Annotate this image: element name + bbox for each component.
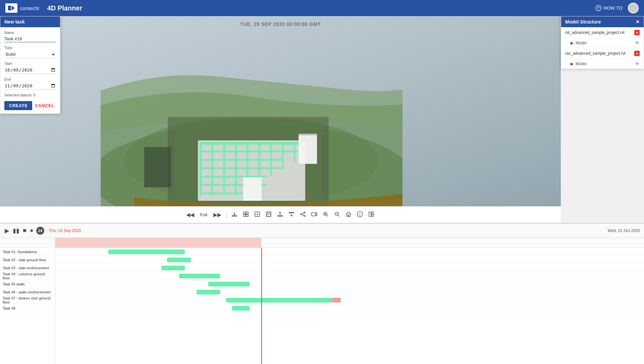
task-label-4: Task #4 - columns ground floor <box>0 272 55 280</box>
stop-btn[interactable]: ■ <box>22 226 27 235</box>
model-structure-header: Model Structure ✕ <box>561 16 644 27</box>
model-file-2-name: rac_advanced_sample_project.rvt <box>565 51 634 56</box>
home-btn[interactable] <box>343 209 354 221</box>
gantt-bar-6 <box>197 290 220 294</box>
svg-rect-32 <box>246 215 248 217</box>
eye-icon-2[interactable]: 👁 <box>635 61 640 66</box>
zoom-out-btn[interactable] <box>332 209 342 221</box>
task-label-7: Task #7 - beams over ground floor <box>0 296 55 304</box>
svg-line-43 <box>302 215 304 216</box>
svg-rect-0 <box>6 4 16 12</box>
gantt-bar-8 <box>232 306 250 311</box>
skip-start-btn[interactable]: ◀◀ <box>184 210 196 220</box>
new-task-header: New task <box>0 16 60 27</box>
svg-rect-9 <box>200 142 304 145</box>
svg-point-3 <box>101 124 402 218</box>
gantt-past-zone <box>55 238 261 247</box>
gantt-row-2 <box>55 256 644 264</box>
svg-rect-16 <box>200 142 202 196</box>
svg-rect-30 <box>246 212 248 214</box>
gantt-row-6 <box>55 288 644 296</box>
info-btn[interactable] <box>355 209 365 221</box>
type-group: Type Build Demolish Temporary <box>4 46 56 58</box>
start-label: Start <box>4 61 56 65</box>
layout-btn[interactable] <box>366 209 377 221</box>
pause-btn[interactable]: ▮▮ <box>12 226 20 235</box>
gantt-bars-area[interactable] <box>55 238 644 364</box>
gantt-bar-4 <box>179 274 220 278</box>
svg-rect-14 <box>200 184 267 186</box>
name-input[interactable] <box>4 36 56 42</box>
expand-btn[interactable] <box>240 209 251 221</box>
grid-btn[interactable] <box>252 209 263 221</box>
record-btn[interactable]: ● <box>29 226 34 235</box>
gantt-chart: Task #1- foundations Task #2 - slab grou… <box>0 238 644 364</box>
model-file-1-delete[interactable]: ✕ <box>634 30 640 35</box>
app-title: 4D Planner <box>47 4 595 12</box>
upload-btn[interactable] <box>275 209 285 221</box>
model-file-2-sub-label: Model <box>576 61 635 66</box>
gantt-bar-7-green <box>226 298 332 303</box>
skip-end-btn[interactable]: ▶▶ <box>211 210 223 220</box>
gantt-date-header <box>55 238 644 248</box>
video-btn[interactable] <box>309 209 320 221</box>
svg-rect-26 <box>299 134 317 164</box>
user-avatar[interactable] <box>628 3 639 13</box>
task-label-5: Task #5 walls <box>0 280 55 288</box>
task-label-1: Task #1- foundations <box>0 248 55 256</box>
svg-rect-11 <box>200 159 283 161</box>
action-buttons: CREATE CANCEL <box>4 101 56 110</box>
end-group: End <box>4 77 56 90</box>
svg-rect-28 <box>243 177 262 201</box>
download-btn[interactable] <box>229 209 240 221</box>
model-file-2-sub: ▶ Model 👁 <box>561 59 644 69</box>
svg-point-54 <box>360 213 360 214</box>
zoom-in-btn[interactable] <box>320 209 331 221</box>
svg-rect-6 <box>174 122 322 213</box>
gantt-header-spacer <box>0 238 55 248</box>
expand-icon-2[interactable]: ▶ <box>571 61 574 66</box>
model-file-1-name: rst_advanced_sample_project.rvt <box>565 30 634 35</box>
svg-rect-27 <box>299 134 317 135</box>
how-to-button[interactable]: ? HOW TO <box>595 5 623 11</box>
speed-control[interactable]: 24 <box>36 227 44 235</box>
model-file-2: rac_advanced_sample_project.rvt ✕ <box>561 48 644 59</box>
svg-rect-55 <box>369 212 371 217</box>
create-button[interactable]: CREATE <box>4 101 32 110</box>
model-file-2-delete[interactable]: ✕ <box>634 51 640 56</box>
share-btn[interactable] <box>298 209 308 221</box>
play-btn[interactable]: ▶ <box>4 226 10 235</box>
viewport-3d[interactable]: TUE, 29 SEP 2020 00:00:00 GMT <box>0 16 561 223</box>
end-input[interactable] <box>4 82 56 90</box>
gantt-bar-5 <box>208 282 250 286</box>
type-select[interactable]: Build Demolish Temporary <box>4 51 56 58</box>
gantt-bar-7-red <box>332 298 341 303</box>
close-model-structure-btn[interactable]: ✕ <box>636 19 640 25</box>
expand-icon-1[interactable]: ▶ <box>571 41 574 45</box>
logo: contecht <box>5 3 39 13</box>
svg-rect-12 <box>200 167 283 169</box>
model-file-1-sub: ▶ Model 👁 <box>561 38 644 48</box>
timeline: ▶ ▮▮ ■ ● 24 Thu, 10 Sep 2020 Wed, 21 Oct… <box>0 223 644 364</box>
model-structure-panel: Model Structure ✕ rst_advanced_sample_pr… <box>561 16 644 69</box>
new-task-panel: New task Name Type Build Demolish Tempor… <box>0 16 60 114</box>
task-label-2: Task #2 - slab ground floor <box>0 256 55 264</box>
header: contecht 4D Planner ? HOW TO <box>0 0 644 16</box>
svg-rect-8 <box>198 140 305 201</box>
svg-line-42 <box>302 213 304 214</box>
gantt-bar-3 <box>161 266 185 270</box>
gantt-row-4 <box>55 272 644 280</box>
logo-icon <box>5 3 17 13</box>
eye-icon-1[interactable]: 👁 <box>635 40 640 46</box>
svg-rect-5 <box>168 117 329 218</box>
task-label-3: Task #3 - slab reinforcement <box>0 264 55 272</box>
name-group: Name <box>4 31 56 42</box>
timeline-controls: ▶ ▮▮ ■ ● 24 Thu, 10 Sep 2020 Wed, 21 Oct… <box>0 224 644 238</box>
3d-scene <box>101 43 402 218</box>
gantt-row-8 <box>55 304 644 312</box>
export-btn[interactable] <box>286 209 297 221</box>
cancel-button[interactable]: CANCEL <box>35 103 54 108</box>
start-input[interactable] <box>4 66 56 74</box>
help-icon: ? <box>595 5 601 11</box>
save-btn[interactable] <box>263 209 274 221</box>
